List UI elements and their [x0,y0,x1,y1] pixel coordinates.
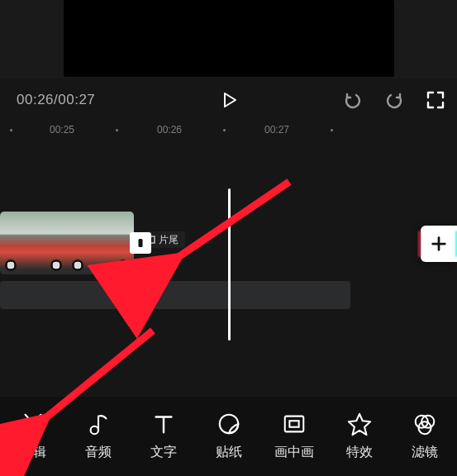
play-icon [219,90,239,110]
undo-icon [343,90,363,110]
clip-thumbnail [67,212,134,274]
redo-button[interactable] [384,90,404,110]
clip-thumbnail [0,212,67,274]
trim-handle-icon [135,237,146,249]
music-note-icon [86,412,111,436]
svg-point-4 [90,426,98,434]
pip-icon [282,412,307,436]
tool-effect-label: 特效 [346,444,373,461]
timeline-ruler[interactable]: 00:25 00:26 00:27 [0,124,457,144]
redo-icon [384,90,404,110]
svg-rect-7 [289,421,298,427]
audio-track[interactable] [0,281,350,309]
tool-effect[interactable]: 特效 [333,412,386,461]
svg-rect-1 [139,239,143,247]
tool-cut-label: 剪辑 [20,444,46,461]
playhead[interactable] [228,188,231,340]
fullscreen-icon [426,90,445,110]
scissors-icon [21,412,45,436]
bottom-toolbar: 剪辑 音频 文字 贴纸 画中画 特效 滤镜 [0,397,457,476]
tool-audio[interactable]: 音频 [72,412,125,461]
plus-icon [430,235,448,253]
time-display: 00:26/00:27 [17,92,95,108]
tool-filter-label: 滤镜 [412,444,438,461]
filter-icon [412,412,437,436]
timeline[interactable]: 片尾 [0,145,457,397]
tool-pip[interactable]: 画中画 [268,412,321,461]
tool-sticker[interactable]: 贴纸 [202,412,255,461]
tool-pip-label: 画中画 [274,444,314,461]
tool-text-label: 文字 [150,444,177,461]
tool-filter[interactable]: 滤镜 [398,412,451,461]
tool-text[interactable]: 文字 [137,412,190,461]
video-preview [0,0,457,79]
ruler-mark: 00:26 [157,124,182,136]
text-icon [151,412,176,436]
sticker-icon [217,412,241,436]
svg-rect-6 [284,416,303,432]
playback-controls: 00:26/00:27 [0,81,457,119]
clip-trim-handle[interactable] [130,232,151,254]
ruler-mark: 00:25 [50,124,74,136]
ruler-mark: 00:27 [264,124,289,136]
tool-audio-label: 音频 [85,444,112,461]
video-clip[interactable] [0,212,134,274]
tool-cut[interactable]: 剪辑 [7,412,60,461]
fullscreen-button[interactable] [426,90,445,110]
video-preview-content [64,0,394,77]
tool-sticker-label: 贴纸 [216,444,242,461]
star-icon [347,412,372,436]
play-button[interactable] [219,90,239,110]
add-clip-button[interactable] [421,226,457,262]
ending-label: 片尾 [159,233,179,247]
undo-button[interactable] [343,90,363,110]
